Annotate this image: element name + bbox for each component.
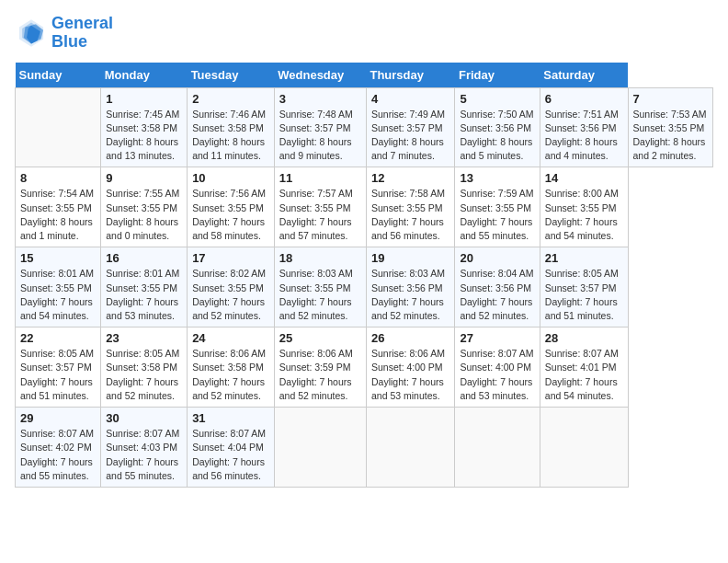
- calendar-cell: 15Sunrise: 8:01 AMSunset: 3:55 PMDayligh…: [16, 247, 101, 327]
- day-detail: Sunrise: 8:00 AMSunset: 3:55 PMDaylight:…: [545, 187, 623, 243]
- calendar-cell: 3Sunrise: 7:48 AMSunset: 3:57 PMDaylight…: [274, 87, 366, 167]
- weekday-header-sunday: Sunday: [16, 63, 101, 88]
- day-number: 14: [545, 171, 623, 185]
- day-detail: Sunrise: 7:53 AMSunset: 3:55 PMDaylight:…: [633, 108, 708, 164]
- logo: General Blue: [15, 15, 113, 52]
- calendar-cell: 8Sunrise: 7:54 AMSunset: 3:55 PMDaylight…: [16, 167, 101, 247]
- calendar-cell: 19Sunrise: 8:03 AMSunset: 3:56 PMDayligh…: [366, 247, 454, 327]
- day-number: 22: [20, 331, 96, 345]
- calendar-cell: 17Sunrise: 8:02 AMSunset: 3:55 PMDayligh…: [188, 247, 275, 327]
- day-detail: Sunrise: 7:46 AMSunset: 3:58 PMDaylight:…: [192, 108, 269, 164]
- day-detail: Sunrise: 8:05 AMSunset: 3:57 PMDaylight:…: [20, 347, 96, 403]
- day-detail: Sunrise: 8:07 AMSunset: 4:04 PMDaylight:…: [192, 427, 269, 483]
- calendar-cell: [455, 408, 540, 488]
- calendar-cell: 22Sunrise: 8:05 AMSunset: 3:57 PMDayligh…: [16, 327, 101, 408]
- calendar-cell: 16Sunrise: 8:01 AMSunset: 3:55 PMDayligh…: [101, 247, 188, 327]
- calendar-cell: 12Sunrise: 7:58 AMSunset: 3:55 PMDayligh…: [366, 167, 454, 247]
- day-number: 17: [192, 251, 269, 265]
- day-number: 8: [20, 171, 96, 185]
- weekday-header-friday: Friday: [455, 63, 540, 88]
- logo-name: General: [51, 15, 113, 33]
- day-detail: Sunrise: 7:50 AMSunset: 3:56 PMDaylight:…: [460, 108, 534, 164]
- empty-cell: [16, 87, 101, 167]
- calendar-table: SundayMondayTuesdayWednesdayThursdayFrid…: [15, 63, 713, 488]
- day-detail: Sunrise: 8:05 AMSunset: 3:58 PMDaylight:…: [106, 347, 182, 403]
- day-detail: Sunrise: 7:58 AMSunset: 3:55 PMDaylight:…: [371, 187, 449, 243]
- calendar-cell: 13Sunrise: 7:59 AMSunset: 3:55 PMDayligh…: [455, 167, 540, 247]
- weekday-header-tuesday: Tuesday: [188, 63, 275, 88]
- calendar-cell: 30Sunrise: 8:07 AMSunset: 4:03 PMDayligh…: [101, 408, 188, 488]
- calendar-cell: 24Sunrise: 8:06 AMSunset: 3:58 PMDayligh…: [188, 327, 275, 408]
- calendar-cell: 9Sunrise: 7:55 AMSunset: 3:55 PMDaylight…: [101, 167, 188, 247]
- calendar-cell: 4Sunrise: 7:49 AMSunset: 3:57 PMDaylight…: [366, 87, 454, 167]
- calendar-cell: 27Sunrise: 8:07 AMSunset: 4:00 PMDayligh…: [455, 327, 540, 408]
- page-header: General Blue: [15, 15, 713, 52]
- day-number: 26: [371, 331, 449, 345]
- day-number: 1: [106, 92, 182, 106]
- day-detail: Sunrise: 7:51 AMSunset: 3:56 PMDaylight:…: [545, 108, 623, 164]
- calendar-cell: 21Sunrise: 8:05 AMSunset: 3:57 PMDayligh…: [540, 247, 628, 327]
- calendar-cell: 31Sunrise: 8:07 AMSunset: 4:04 PMDayligh…: [188, 408, 275, 488]
- day-number: 23: [106, 331, 182, 345]
- day-detail: Sunrise: 8:06 AMSunset: 4:00 PMDaylight:…: [371, 347, 449, 403]
- day-number: 13: [460, 171, 534, 185]
- day-number: 30: [106, 411, 182, 425]
- day-number: 21: [545, 251, 623, 265]
- calendar-cell: 25Sunrise: 8:06 AMSunset: 3:59 PMDayligh…: [274, 327, 366, 408]
- calendar-cell: 10Sunrise: 7:56 AMSunset: 3:55 PMDayligh…: [188, 167, 275, 247]
- calendar-cell: 23Sunrise: 8:05 AMSunset: 3:58 PMDayligh…: [101, 327, 188, 408]
- calendar-cell: 14Sunrise: 8:00 AMSunset: 3:55 PMDayligh…: [540, 167, 628, 247]
- day-number: 25: [279, 331, 361, 345]
- calendar-cell: 7Sunrise: 7:53 AMSunset: 3:55 PMDaylight…: [628, 87, 712, 167]
- day-detail: Sunrise: 8:07 AMSunset: 4:01 PMDaylight:…: [545, 347, 623, 403]
- calendar-cell: 18Sunrise: 8:03 AMSunset: 3:55 PMDayligh…: [274, 247, 366, 327]
- day-number: 12: [371, 171, 449, 185]
- day-detail: Sunrise: 7:49 AMSunset: 3:57 PMDaylight:…: [371, 108, 449, 164]
- calendar-cell: 5Sunrise: 7:50 AMSunset: 3:56 PMDaylight…: [455, 87, 540, 167]
- day-detail: Sunrise: 7:59 AMSunset: 3:55 PMDaylight:…: [460, 187, 534, 243]
- day-detail: Sunrise: 8:06 AMSunset: 3:59 PMDaylight:…: [279, 347, 361, 403]
- weekday-header-saturday: Saturday: [540, 63, 628, 88]
- calendar-cell: 20Sunrise: 8:04 AMSunset: 3:56 PMDayligh…: [455, 247, 540, 327]
- day-detail: Sunrise: 8:02 AMSunset: 3:55 PMDaylight:…: [192, 267, 269, 323]
- day-number: 10: [192, 171, 269, 185]
- day-detail: Sunrise: 7:55 AMSunset: 3:55 PMDaylight:…: [106, 187, 182, 243]
- weekday-header-monday: Monday: [101, 63, 188, 88]
- day-detail: Sunrise: 8:03 AMSunset: 3:55 PMDaylight:…: [279, 267, 361, 323]
- day-number: 15: [20, 251, 96, 265]
- day-detail: Sunrise: 8:06 AMSunset: 3:58 PMDaylight:…: [192, 347, 269, 403]
- day-detail: Sunrise: 8:05 AMSunset: 3:57 PMDaylight:…: [545, 267, 623, 323]
- calendar-cell: [366, 408, 454, 488]
- calendar-cell: 28Sunrise: 8:07 AMSunset: 4:01 PMDayligh…: [540, 327, 628, 408]
- day-detail: Sunrise: 8:01 AMSunset: 3:55 PMDaylight:…: [106, 267, 182, 323]
- day-number: 2: [192, 92, 269, 106]
- day-number: 11: [279, 171, 361, 185]
- calendar-cell: 26Sunrise: 8:06 AMSunset: 4:00 PMDayligh…: [366, 327, 454, 408]
- day-detail: Sunrise: 7:56 AMSunset: 3:55 PMDaylight:…: [192, 187, 269, 243]
- day-detail: Sunrise: 8:01 AMSunset: 3:55 PMDaylight:…: [20, 267, 96, 323]
- day-number: 29: [20, 411, 96, 425]
- day-detail: Sunrise: 7:57 AMSunset: 3:55 PMDaylight:…: [279, 187, 361, 243]
- day-number: 19: [371, 251, 449, 265]
- day-number: 27: [460, 331, 534, 345]
- calendar-cell: 2Sunrise: 7:46 AMSunset: 3:58 PMDaylight…: [188, 87, 275, 167]
- day-detail: Sunrise: 7:48 AMSunset: 3:57 PMDaylight:…: [279, 108, 361, 164]
- calendar-cell: [274, 408, 366, 488]
- day-detail: Sunrise: 8:07 AMSunset: 4:02 PMDaylight:…: [20, 427, 96, 483]
- logo-name2: Blue: [51, 33, 113, 52]
- weekday-header-wednesday: Wednesday: [274, 63, 366, 88]
- day-detail: Sunrise: 8:03 AMSunset: 3:56 PMDaylight:…: [371, 267, 449, 323]
- day-number: 5: [460, 92, 534, 106]
- calendar-cell: 11Sunrise: 7:57 AMSunset: 3:55 PMDayligh…: [274, 167, 366, 247]
- day-number: 3: [279, 92, 361, 106]
- day-number: 18: [279, 251, 361, 265]
- day-number: 28: [545, 331, 623, 345]
- calendar-cell: 29Sunrise: 8:07 AMSunset: 4:02 PMDayligh…: [16, 408, 101, 488]
- weekday-header-thursday: Thursday: [366, 63, 454, 88]
- day-detail: Sunrise: 7:45 AMSunset: 3:58 PMDaylight:…: [106, 108, 182, 164]
- day-number: 20: [460, 251, 534, 265]
- calendar-cell: [540, 408, 628, 488]
- day-detail: Sunrise: 8:04 AMSunset: 3:56 PMDaylight:…: [460, 267, 534, 323]
- day-detail: Sunrise: 7:54 AMSunset: 3:55 PMDaylight:…: [20, 187, 96, 243]
- day-detail: Sunrise: 8:07 AMSunset: 4:00 PMDaylight:…: [460, 347, 534, 403]
